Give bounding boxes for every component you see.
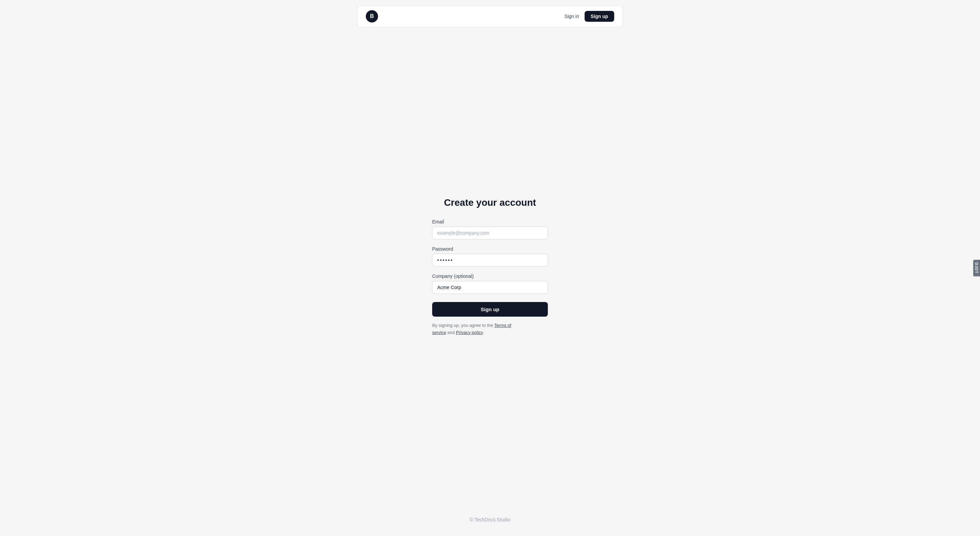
submit-button[interactable]: Sign up	[432, 302, 548, 317]
email-input[interactable]	[432, 227, 548, 239]
signup-form: Email Password Company (optional) Sign u…	[432, 219, 548, 317]
logo-container: B	[366, 10, 378, 22]
form-container: Create your account Email Password Compa…	[432, 197, 548, 336]
side-badge: DJDT	[973, 260, 980, 276]
privacy-policy-link[interactable]: Privacy policy	[456, 330, 483, 335]
logo-letter: B	[370, 13, 374, 19]
sign-in-link[interactable]: Sign in	[565, 14, 579, 19]
terms-prefix: By signing up, you agree to the	[432, 323, 495, 328]
password-input[interactable]	[432, 254, 548, 266]
company-input[interactable]	[432, 281, 548, 294]
main-content: Create your account Email Password Compa…	[0, 27, 980, 506]
terms-text: By signing up, you agree to the Terms of…	[432, 322, 548, 336]
terms-suffix: .	[483, 330, 484, 335]
company-group: Company (optional)	[432, 273, 548, 294]
logo-icon: B	[366, 10, 378, 22]
nav-sign-up-button[interactable]: Sign up	[585, 11, 614, 22]
email-label: Email	[432, 219, 548, 224]
password-label: Password	[432, 246, 548, 252]
footer: © TechDocs Studio	[0, 506, 980, 536]
copyright-text: © TechDocs Studio	[469, 517, 510, 522]
navbar: B Sign in Sign up	[357, 5, 623, 27]
terms-middle: and	[446, 330, 456, 335]
company-label: Company (optional)	[432, 273, 548, 279]
nav-actions: Sign in Sign up	[565, 11, 614, 22]
page-title: Create your account	[432, 197, 548, 208]
email-group: Email	[432, 219, 548, 239]
password-group: Password	[432, 246, 548, 266]
